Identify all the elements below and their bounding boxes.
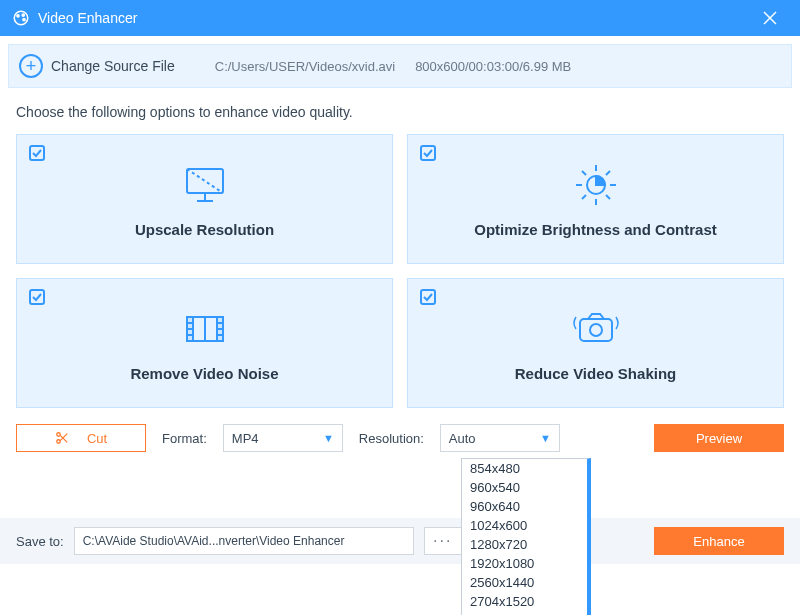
format-select[interactable]: MP4 ▼ — [223, 424, 343, 452]
resolution-dropdown[interactable]: 854x480 960x540 960x640 1024x600 1280x72… — [461, 458, 591, 615]
resolution-option[interactable]: 960x640 — [462, 497, 587, 516]
resolution-option[interactable]: 2560x1440 — [462, 573, 587, 592]
change-source-button[interactable]: Change Source File — [51, 58, 175, 74]
resolution-option[interactable]: 1280x720 — [462, 535, 587, 554]
title-bar: Video Enhancer — [0, 0, 800, 36]
upscale-card[interactable]: Upscale Resolution — [16, 134, 393, 264]
caret-down-icon: ▼ — [323, 432, 334, 444]
svg-point-1 — [17, 15, 19, 17]
close-icon — [763, 11, 777, 25]
brightness-checkbox[interactable] — [420, 145, 436, 161]
svg-point-32 — [57, 440, 61, 444]
resolution-option[interactable]: 960x540 — [462, 478, 587, 497]
noise-checkbox[interactable] — [29, 289, 45, 305]
svg-point-0 — [14, 11, 28, 25]
caret-down-icon: ▼ — [540, 432, 551, 444]
brightness-card[interactable]: Optimize Brightness and Contrast — [407, 134, 784, 264]
check-icon — [31, 147, 43, 159]
brightness-label: Optimize Brightness and Contrast — [474, 221, 717, 238]
svg-point-3 — [23, 18, 25, 20]
preview-button[interactable]: Preview — [654, 424, 784, 452]
format-value: MP4 — [232, 431, 259, 446]
sun-icon — [572, 161, 620, 209]
save-to-label: Save to: — [16, 534, 64, 549]
shake-checkbox[interactable] — [420, 289, 436, 305]
svg-rect-29 — [580, 319, 612, 341]
resolution-option[interactable]: 3840x2160 — [462, 611, 587, 615]
check-icon — [422, 291, 434, 303]
resolution-value: Auto — [449, 431, 476, 446]
options-grid: Upscale Resolution Optimize Brightness a… — [0, 134, 800, 408]
source-file-info: 800x600/00:03:00/6.99 MB — [415, 59, 571, 74]
check-icon — [31, 291, 43, 303]
svg-line-17 — [582, 195, 586, 199]
svg-line-15 — [582, 171, 586, 175]
svg-line-18 — [606, 171, 610, 175]
resolution-option[interactable]: 1024x600 — [462, 516, 587, 535]
noise-label: Remove Video Noise — [130, 365, 278, 382]
source-file-path: C:/Users/USER/Videos/xvid.avi — [215, 59, 395, 74]
resolution-select[interactable]: Auto ▼ — [440, 424, 560, 452]
resolution-option[interactable]: 854x480 — [462, 459, 587, 478]
upscale-checkbox[interactable] — [29, 145, 45, 161]
format-label: Format: — [162, 431, 207, 446]
svg-point-2 — [22, 14, 24, 16]
filmstrip-icon — [183, 305, 227, 353]
save-path-input[interactable] — [74, 527, 414, 555]
app-title: Video Enhancer — [38, 10, 752, 26]
resolution-option[interactable]: 2704x1520 — [462, 592, 587, 611]
browse-button[interactable]: ··· — [424, 527, 462, 555]
svg-point-31 — [57, 433, 61, 437]
cut-button[interactable]: Cut — [16, 424, 146, 452]
cut-label: Cut — [87, 431, 107, 446]
app-icon — [12, 9, 30, 27]
svg-line-7 — [187, 169, 223, 193]
monitor-icon — [183, 161, 227, 209]
scissors-icon — [55, 431, 69, 445]
resolution-label: Resolution: — [359, 431, 424, 446]
upscale-label: Upscale Resolution — [135, 221, 274, 238]
shake-label: Reduce Video Shaking — [515, 365, 676, 382]
check-icon — [422, 147, 434, 159]
controls-row: Cut Format: MP4 ▼ Resolution: Auto ▼ Pre… — [0, 408, 800, 462]
close-button[interactable] — [752, 0, 788, 36]
noise-card[interactable]: Remove Video Noise — [16, 278, 393, 408]
camera-icon — [570, 305, 622, 353]
source-file-bar: + Change Source File C:/Users/USER/Video… — [8, 44, 792, 88]
svg-point-30 — [590, 324, 602, 336]
enhance-button[interactable]: Enhance — [654, 527, 784, 555]
instruction-text: Choose the following options to enhance … — [0, 96, 800, 134]
add-file-button[interactable]: + — [19, 54, 43, 78]
svg-line-16 — [606, 195, 610, 199]
shake-card[interactable]: Reduce Video Shaking — [407, 278, 784, 408]
save-bar: Save to: ··· Enhance — [0, 518, 800, 564]
resolution-option[interactable]: 1920x1080 — [462, 554, 587, 573]
